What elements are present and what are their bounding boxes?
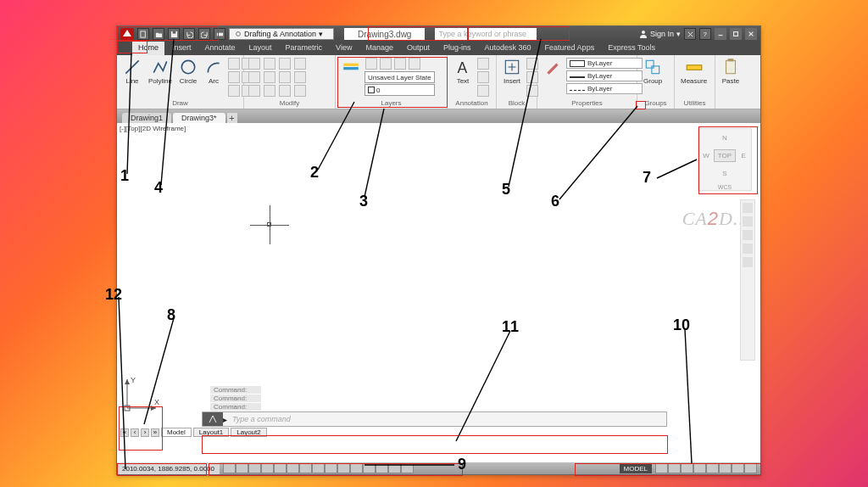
color-dropdown[interactable]: ByLayer [566, 58, 643, 69]
file-tab[interactable]: Drawing3* [173, 113, 225, 123]
new-tab-button[interactable]: + [227, 113, 237, 123]
viewport-label[interactable]: [-][Top][2D Wireframe] [120, 125, 186, 132]
tool-explode-icon[interactable] [294, 71, 306, 83]
coordinates-readout[interactable]: 2010.0034, 1886.9285, 0.0000 [117, 462, 220, 474]
drawing-area[interactable]: [-][Top][2D Wireframe] CA2D.ru N WTOPE S… [117, 123, 760, 449]
tool-offset-icon[interactable] [294, 85, 306, 97]
tab-a360[interactable]: Autodesk 360 [479, 42, 537, 55]
tool-create-icon[interactable] [526, 58, 538, 70]
command-handle-icon[interactable] [203, 412, 223, 426]
tab-plugins[interactable]: Plug-ins [437, 42, 477, 55]
tab-express[interactable]: Express Tools [602, 42, 661, 55]
annoscale-icon[interactable] [655, 463, 668, 473]
maximize-icon[interactable] [730, 28, 742, 40]
tool-table-icon[interactable] [477, 85, 489, 97]
tool-mirror-icon[interactable] [264, 71, 275, 83]
open-icon[interactable] [153, 28, 164, 40]
tool-text[interactable]: AText [451, 57, 475, 86]
ucs-icon[interactable]: Y X [122, 374, 161, 415]
tool-stretch-icon[interactable] [248, 85, 260, 97]
tool-erase-icon[interactable] [294, 58, 306, 70]
tool-line[interactable]: Line [120, 57, 144, 86]
layer-off-icon[interactable] [365, 58, 377, 70]
cleanscreen-icon[interactable] [744, 463, 757, 473]
tool-group[interactable]: Group [641, 57, 665, 86]
hardware-accel-icon[interactable] [719, 463, 732, 473]
qp-icon[interactable] [376, 463, 388, 473]
close-icon[interactable] [745, 28, 757, 40]
infer-constraints-icon[interactable] [223, 463, 236, 473]
file-tab[interactable]: Drawing1 [122, 113, 171, 123]
tool-leader-icon[interactable] [477, 71, 489, 83]
linetype-dropdown[interactable]: ByLayer [566, 83, 643, 94]
tool-fillet-icon[interactable] [279, 71, 291, 83]
ortho-icon[interactable] [261, 463, 274, 473]
layout-tab-layout1[interactable]: Layout1 [193, 428, 229, 437]
lineweight-dropdown[interactable]: ByLayer [566, 70, 643, 81]
tool-paste[interactable]: Paste [719, 57, 743, 86]
tab-parametric[interactable]: Parametric [280, 42, 329, 55]
tool-polyline[interactable]: Polyline [146, 57, 175, 86]
layout-nav-prev-icon[interactable]: ‹ [131, 428, 139, 437]
tab-annotate[interactable]: Annotate [199, 42, 242, 55]
minimize-icon[interactable] [715, 28, 726, 40]
tool-trim-icon[interactable] [279, 58, 291, 70]
workspace-icon[interactable] [693, 463, 706, 473]
annoautoscale-icon[interactable] [681, 463, 693, 473]
layer-isolate-icon[interactable] [409, 58, 420, 70]
lwt-icon[interactable] [350, 463, 363, 473]
osnap-icon[interactable] [287, 463, 299, 473]
tool-move-icon[interactable] [248, 58, 260, 70]
tool-arc[interactable]: Arc [202, 57, 225, 86]
nav-wheel-icon[interactable] [743, 203, 753, 213]
ducs-icon[interactable] [325, 463, 337, 473]
save-icon[interactable] [168, 28, 180, 40]
otrack-icon[interactable] [312, 463, 325, 473]
app-menu-button[interactable] [120, 28, 134, 40]
viewcube[interactable]: N WTOPE S WCS [698, 128, 752, 191]
tool-measure[interactable]: Measure [678, 57, 709, 86]
annovisibility-icon[interactable] [668, 463, 681, 473]
plot-icon[interactable] [214, 28, 225, 40]
layer-freeze-icon[interactable] [380, 58, 392, 70]
layer-current-dropdown[interactable]: 0 [364, 84, 435, 96]
nav-zoom-icon[interactable] [743, 230, 753, 240]
undo-icon[interactable] [183, 28, 195, 40]
tool-array-icon[interactable] [279, 85, 291, 97]
tab-home[interactable]: Home [132, 42, 164, 55]
tool-scale-icon[interactable] [264, 85, 275, 97]
layout-nav-last-icon[interactable]: » [151, 428, 159, 437]
tool-circle[interactable]: Circle [176, 57, 200, 86]
nav-pan-icon[interactable] [743, 216, 753, 227]
dyn-icon[interactable] [337, 463, 350, 473]
tpy-icon[interactable] [363, 463, 376, 473]
redo-icon[interactable] [198, 28, 210, 40]
layer-properties-button[interactable] [339, 57, 363, 96]
tool-attr-icon[interactable] [526, 85, 538, 97]
tool-point-icon[interactable] [228, 85, 240, 97]
tab-insert[interactable]: Insert [166, 42, 198, 55]
tool-insert[interactable]: Insert [500, 57, 524, 86]
tab-manage[interactable]: Manage [359, 42, 399, 55]
tool-hatch-icon[interactable] [228, 71, 240, 83]
sc-icon[interactable] [388, 463, 401, 473]
match-properties-button[interactable] [541, 57, 565, 77]
signin-button[interactable]: Sign In ▾ [639, 30, 681, 38]
tab-output[interactable]: Output [401, 42, 436, 55]
osnap3d-icon[interactable] [299, 463, 312, 473]
layer-state-dropdown[interactable]: Unsaved Layer State [364, 71, 435, 83]
tab-featured[interactable]: Featured Apps [539, 42, 601, 55]
nav-showmotion-icon[interactable] [743, 257, 753, 267]
toolbar-lock-icon[interactable] [706, 463, 719, 473]
tool-rectangle-icon[interactable] [228, 58, 240, 70]
workspace-switcher[interactable]: Drafting & Annotation ▾ [229, 28, 334, 40]
layout-nav-first-icon[interactable]: « [120, 428, 129, 437]
navigation-bar[interactable] [740, 199, 755, 361]
exchange-icon[interactable] [684, 28, 696, 40]
tool-edit-icon[interactable] [526, 71, 538, 83]
layout-nav-next-icon[interactable]: › [141, 428, 149, 437]
new-icon[interactable] [137, 28, 149, 40]
command-line[interactable]: ▸ Type a command [202, 411, 667, 427]
nav-orbit-icon[interactable] [743, 244, 753, 254]
model-space-toggle[interactable]: MODEL [620, 463, 652, 473]
